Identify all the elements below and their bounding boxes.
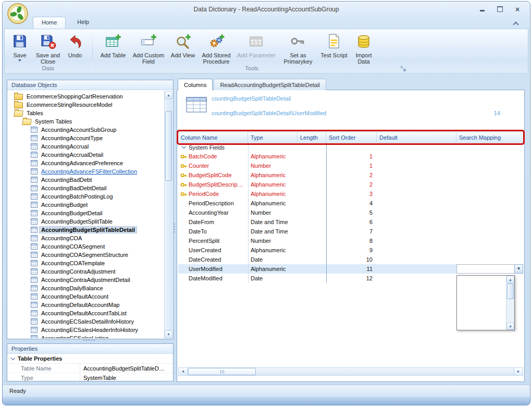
tree-item[interactable]: AccountingCOASegment (8, 242, 165, 251)
grid-column-header[interactable]: Type (248, 132, 298, 142)
tab-columns[interactable]: Columns (178, 79, 213, 90)
tree-item[interactable]: AccountingECSalesDetailInfoHistory (8, 317, 165, 326)
dropdown-option[interactable] (457, 290, 506, 298)
test-script-button[interactable]: Test Script (318, 31, 350, 65)
column-name-text: DateTo (189, 228, 207, 235)
add-table-button[interactable]: Add Table (97, 31, 129, 65)
grid-column-header[interactable]: Search Mapping (456, 132, 523, 142)
tree-item[interactable]: AccountingECSalesHeaderInfoHistory (8, 326, 165, 334)
grid-column-header[interactable]: Column Name (178, 132, 248, 142)
dropdown-option[interactable] (457, 282, 506, 290)
grid-row[interactable]: BudgetSplitDescrip… Alphanumeric 2 (178, 180, 523, 189)
set-as-primarykey-button[interactable]: Set as Primarykey (278, 31, 318, 65)
close-button[interactable]: × (512, 5, 523, 13)
tree-item[interactable]: AccountingAdvanceFSFilterCollection (8, 167, 165, 176)
tree-item[interactable]: Tables (8, 109, 165, 117)
grid-column-header[interactable]: Length (298, 132, 326, 142)
ribbon-tab-home[interactable]: Home (33, 17, 66, 29)
scroll-up-button[interactable]: ▲ (506, 276, 514, 283)
tree-item[interactable]: AccountingCOATemplate (8, 259, 165, 267)
table-properties-section[interactable]: Table Properties (7, 354, 173, 364)
dialog-launcher-icon[interactable] (401, 65, 407, 71)
tree-item[interactable]: AccountingBudgetSplitTable (8, 217, 165, 226)
scroll-up-button[interactable]: ▲ (165, 91, 172, 99)
minimize-button[interactable] (477, 5, 487, 13)
hscroll-thumb[interactable] (188, 368, 256, 375)
import-data-button[interactable]: Import Data (350, 31, 377, 65)
maximize-button[interactable] (494, 5, 505, 13)
tree-item[interactable]: AccountingDefaultAccountMap (8, 301, 165, 309)
grid-row[interactable]: Counter Number 1 (178, 161, 523, 170)
app-logo-icon[interactable] (7, 3, 29, 24)
search-mapping-editor[interactable]: ▼ (456, 264, 523, 274)
property-row[interactable]: Table Name AccountingBudgetSplitTableD… (7, 364, 173, 373)
add-stored-procedure-button[interactable]: Add Stored Procedure (198, 31, 234, 65)
tree-item[interactable]: System Tables (8, 117, 165, 126)
tree-item[interactable]: AccountingECSalesListing (8, 334, 165, 338)
search-mapping-value[interactable] (456, 264, 514, 274)
tree-scrollbar[interactable]: ▲ ▼ (164, 91, 172, 338)
grid-row[interactable]: BatchCode Alphanumeric 1 (178, 152, 523, 161)
tree-item[interactable]: AccountingContraAdjustment (8, 267, 165, 276)
grid-column-header[interactable]: Sort Order (326, 132, 377, 142)
tree-item[interactable]: AccountingBadDebt (8, 176, 165, 184)
scroll-down-button[interactable]: ▼ (165, 330, 172, 338)
tree-item[interactable]: AccountingDailyBalance (8, 284, 165, 292)
scroll-down-button[interactable]: ▼ (506, 323, 514, 330)
ribbon-tab-help[interactable]: Help (69, 17, 97, 29)
tree-item[interactable]: AccountingContraAdjustmentDetail (8, 276, 165, 284)
tree-item[interactable]: AccountingCOASegmentStructure (8, 251, 165, 259)
add-custom-field-button[interactable]: Add Custom Field (129, 31, 168, 65)
grid-row[interactable]: BudgetSplitCode Alphanumeric 2 (178, 170, 523, 180)
horizontal-scrollbar[interactable]: ◄ ► (178, 367, 523, 376)
tree-item[interactable]: AccountingAccrualDetail (8, 151, 165, 159)
tree-item[interactable]: AccountingCOA (8, 234, 165, 242)
grid-column-header[interactable]: Default (377, 132, 456, 142)
grid-row[interactable]: UserCreated Alphanumeric 9 (178, 245, 523, 255)
tree-item[interactable]: AccountingAccrual (8, 142, 165, 151)
property-value[interactable]: AccountingBudgetSplitTableD… (80, 365, 165, 372)
grid-row[interactable]: PeriodCode Alphanumeric 3 (178, 189, 523, 199)
dropdown-scrollbar[interactable]: ▲ ▼ (506, 276, 514, 330)
add-view-button[interactable]: Add View (168, 31, 198, 65)
group-row-system-fields[interactable]: System Fields (178, 143, 523, 152)
combo-dropdown-button[interactable]: ▼ (514, 264, 523, 274)
scroll-left-button[interactable]: ◄ (179, 368, 188, 375)
tree-item[interactable]: AccountingAccountSubGroup (8, 126, 165, 134)
tree-item[interactable]: EcommerceStringResourceModel (8, 101, 165, 109)
grid-row[interactable]: DateFrom Date and Time 6 (178, 217, 523, 227)
tree-item[interactable]: AccountingBudgetSplitTableDetail (8, 226, 165, 234)
tree-item[interactable]: AccountingAdvancedPreference (8, 159, 165, 167)
tree-scroll-thumb[interactable] (165, 111, 172, 181)
scroll-right-button[interactable]: ► (514, 368, 523, 375)
horizontal-splitter[interactable] (83, 340, 84, 341)
ribbon-collapse-icon[interactable] (513, 21, 518, 26)
dropdown-option[interactable] (457, 321, 506, 329)
save-and-close-button[interactable]: Save and Close (32, 31, 64, 65)
tree-item[interactable]: AccountingBudgetDetail (8, 209, 165, 217)
grid-row[interactable]: DateTo Date and Time 7 (178, 227, 523, 236)
tree-item[interactable]: AccountingAccountType (8, 134, 165, 142)
vertical-splitter[interactable] (174, 224, 175, 225)
tree-item[interactable]: AccountingBudget (8, 201, 165, 209)
tree-item[interactable]: AccountingBadDebtDetail (8, 184, 165, 192)
title-bar[interactable]: Data Dictionary - ReadAccountingAccountS… (3, 2, 530, 17)
cell-sort-order: 6 (326, 219, 377, 225)
save-button[interactable]: Save (8, 31, 32, 65)
grid-row[interactable]: PercentSplit Number 8 (178, 236, 523, 245)
grid-row[interactable]: DateCreated Date 10 (178, 255, 523, 264)
dropdown-option[interactable] (457, 305, 506, 313)
dropdown-scroll-thumb[interactable] (507, 283, 514, 299)
property-row[interactable]: Type SystemTable (7, 373, 173, 381)
tree-item[interactable]: AccountingDefaultAccount (8, 292, 165, 301)
dropdown-option[interactable] (457, 298, 506, 305)
grid-row[interactable]: AccountingYear Number 5 (178, 208, 523, 217)
tab-read-table[interactable]: ReadAccountingBudgetSplitTableDetail (214, 79, 326, 90)
grid-row[interactable]: PeriodDescription Alphanumeric 4 (178, 199, 523, 208)
tree-item[interactable]: AccountingBatchPostingLog (8, 192, 165, 201)
dropdown-option[interactable] (457, 313, 506, 321)
property-value[interactable]: SystemTable (80, 375, 116, 381)
tree-item[interactable]: EcommerceShoppingCartReservation (8, 92, 165, 101)
tree-item[interactable]: AccountingDefaultAccountTabList (8, 309, 165, 317)
undo-button[interactable]: Undo (64, 31, 86, 65)
